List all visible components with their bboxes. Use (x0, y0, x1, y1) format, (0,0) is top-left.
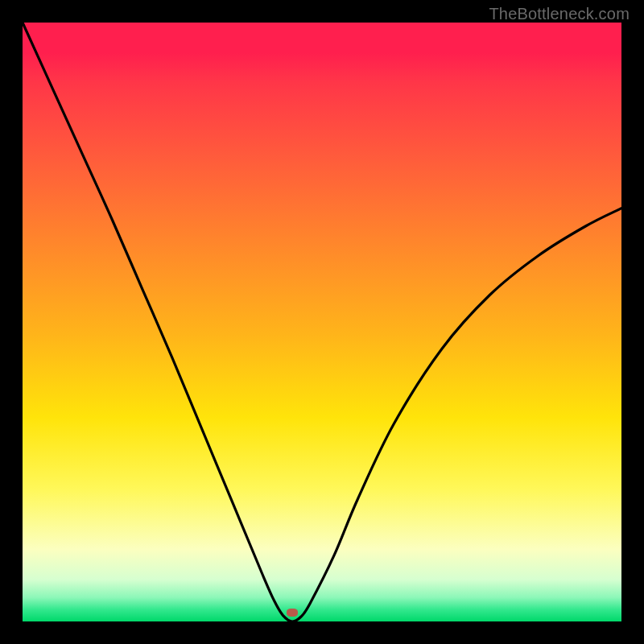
watermark-text: TheBottleneck.com (489, 5, 630, 23)
optimal-marker (287, 609, 298, 617)
bottleneck-curve (23, 23, 621, 621)
